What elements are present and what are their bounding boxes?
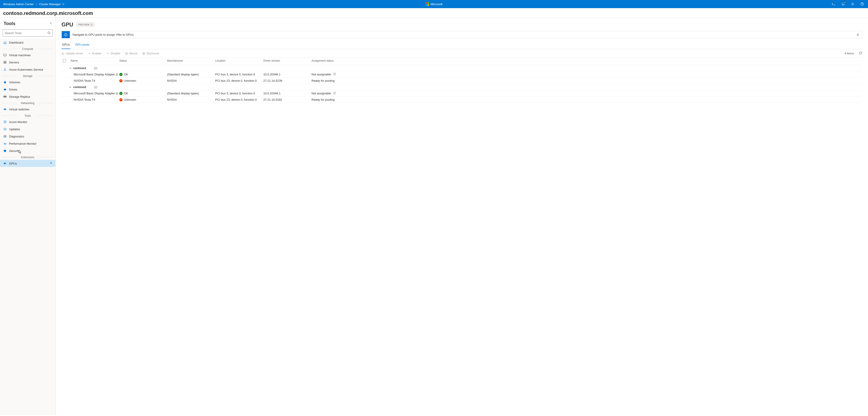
chevron-down-icon [62,3,64,5]
close-icon [857,33,859,36]
svg-rect-8 [4,61,6,62]
col-name[interactable]: Name [69,59,118,63]
aks-icon [3,68,7,71]
vm-icon [3,53,7,57]
col-manufacturer[interactable]: Manufacturer [166,59,214,63]
tab-gpus[interactable]: GPUs [61,41,70,49]
close-circle-icon [143,52,145,55]
sidebar-item-gpus[interactable]: GPUs [0,160,55,167]
chevron-up-icon [88,52,91,55]
info-icon[interactable] [333,92,336,95]
volume-icon [3,80,7,84]
search-tools-field[interactable] [5,31,48,35]
group-name: contoso2 [73,85,86,89]
cmd-disable[interactable]: Disable [106,52,120,55]
cell-location: PCI bus 23, device 0, function 0 [214,78,262,84]
microsoft-logo-icon [426,2,429,6]
col-driver[interactable]: Driver version [262,59,310,63]
svg-point-23 [5,163,6,164]
tools-heading: Tools [4,21,16,26]
help-button[interactable] [860,1,865,7]
settings-button[interactable] [850,1,855,7]
svg-point-4 [852,4,853,4]
sidebar-item-servers[interactable]: Servers [0,59,55,66]
cell-assign: Not assignable [310,90,862,96]
group-row[interactable]: contoso1(2) [61,65,862,71]
sidebar-item-azure-monitor[interactable]: Azure Monitor [0,118,55,126]
sidebar-item-aks[interactable]: Azure Kubernetes Service [0,66,55,73]
cell-manufacturer: NVIDIA [166,78,214,84]
sidebar-section-label: Extensions [0,154,55,160]
sidebar-item-perfmon[interactable]: Performance Monitor [0,140,55,147]
cmd-update-driver[interactable]: Update driver [61,52,83,55]
sidebar-item-drives[interactable]: Drives [0,86,55,93]
sidebar-item-security[interactable]: Security [0,147,55,154]
svg-rect-2 [426,4,427,6]
refresh-icon [859,51,862,55]
table-row[interactable]: Microsoft Basic Display Adapter (Low Res… [61,90,862,97]
cloud-shell-button[interactable] [831,1,836,7]
sidebar-item-label: Security [9,149,20,152]
cell-status: OK [118,71,166,77]
svg-rect-17 [5,96,6,98]
collapse-sidebar-button[interactable] [50,22,52,25]
col-assign[interactable]: Assignment status [310,59,862,63]
chevron-down-icon [69,86,71,88]
col-location[interactable]: Location [214,59,262,63]
sidebar-item-label: Performance Monitor [9,142,36,145]
status-unknown-icon [119,98,123,101]
sidebar-item-diagnostics[interactable]: Diagnostics [0,133,55,140]
sidebar-item-updates[interactable]: Updates [0,126,55,133]
cmd-mount[interactable]: Mount [125,52,137,55]
cell-manufacturer: (Standard display types) [166,90,214,96]
tab-gpu-pools[interactable]: GPU pools [75,41,90,49]
cell-location: PCI bus 3, device 0, function 0 [214,71,262,77]
info-banner-icon [62,31,70,38]
perf-icon [3,142,7,145]
refresh-button[interactable] [859,51,862,55]
select-all-checkbox[interactable] [63,59,66,62]
search-tools-input[interactable] [3,29,53,37]
cmd-enable[interactable]: Enable [88,52,101,55]
sidebar-item-label: Virtual switches [9,108,29,111]
col-status[interactable]: Status [118,59,166,63]
monitor-icon [3,120,7,124]
table-row[interactable]: Microsoft Basic Display Adapter (Low Res… [61,71,862,78]
search-icon [48,31,51,35]
cell-driver: 27.21.14.5182 [262,97,310,103]
info-banner-close[interactable] [854,31,862,38]
sidebar-item-label: Diagnostics [9,135,24,138]
sidebar-item-volumes[interactable]: Volumes [0,78,55,86]
cell-assign: Ready for pooling [310,78,862,84]
info-banner: Navigate to GPU pools to assign VMs to G… [61,31,862,38]
cell-assign: Ready for pooling [310,97,862,103]
cmd-dismount[interactable]: Dismount [143,52,159,55]
info-banner-text: Navigate to GPU pools to assign VMs to G… [70,31,854,38]
content-title: GPU [61,22,73,28]
cell-location: PCI bus 23, device 0, function 0 [214,97,262,103]
context-picker[interactable]: Cluster Manager [39,2,64,6]
sidebar-item-storage-replica[interactable]: Storage Replica [0,93,55,100]
svg-rect-0 [426,2,427,4]
cell-driver: 10.0.20348.1 [262,90,310,96]
sidebar-item-dashboard[interactable]: Dashboard [0,39,55,46]
cell-name: Microsoft Basic Display Adapter (Low Res… [69,71,118,77]
sidebar-item-vms[interactable]: Virtual machines [0,51,55,59]
download-icon [61,52,64,55]
home-icon [3,41,7,44]
sidebar-item-label: Updates [9,128,20,131]
server-icon [3,61,7,64]
cell-assign: Not assignable [310,71,862,77]
sidebar-section-label: Tools [0,113,55,118]
table-row[interactable]: NVIDIA Tesla T4UnknownNVIDIAPCI bus 23, … [61,78,862,84]
group-row[interactable]: contoso2(2) [61,84,862,90]
info-icon[interactable] [333,73,336,76]
notifications-button[interactable]: 12 [840,1,846,7]
gpu-icon [3,162,7,165]
sidebar-section-label: Networking [0,100,55,106]
updates-icon [3,127,7,131]
sidebar-item-vswitch[interactable]: Virtual switches [0,106,55,113]
product-name[interactable]: Windows Admin Center [3,2,34,6]
table-row[interactable]: NVIDIA Tesla T4UnknownNVIDIAPCI bus 23, … [61,97,862,103]
grid-header: Name Status Manufacturer Location Driver… [61,57,862,65]
